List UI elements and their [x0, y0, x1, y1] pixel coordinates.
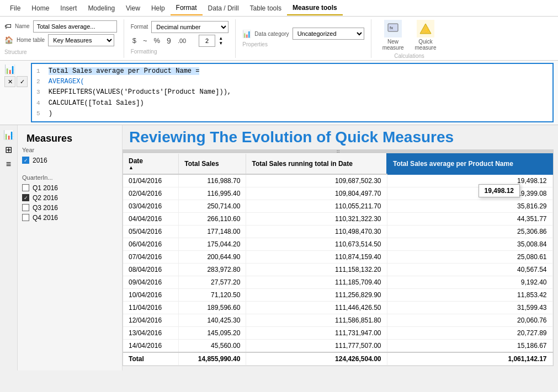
percent-button[interactable]: %	[152, 35, 162, 46]
confirm-formula-button[interactable]: ✓	[17, 76, 28, 87]
ribbon-symbols-row: $ ~ % 9 .00 ▲ ▼	[131, 35, 223, 47]
formula-text-1: Total Sales average per Product Name =	[49, 67, 200, 75]
decimal-spinner[interactable]: ▲ ▼	[219, 36, 223, 46]
q1-item[interactable]: Q1 2016	[22, 183, 118, 193]
cell-avg-per-product: 35,816.29	[387, 200, 552, 212]
formula-text-5: )	[49, 110, 52, 117]
filter-panel: Measures Year ✓ 2016 QuarterIn... Q1 201…	[18, 125, 123, 370]
data-category-select[interactable]: Uncategorized	[293, 28, 364, 40]
q2-checkbox[interactable]: ✓	[22, 194, 29, 201]
new-measure-label: New measure	[382, 39, 404, 51]
cell-running-total: 111,777,507.00	[246, 339, 387, 352]
cell-date: 06/04/2016	[123, 238, 179, 250]
formula-editor[interactable]: 1 Total Sales average per Product Name =…	[31, 63, 554, 122]
formatting-label: Formatting	[131, 49, 157, 55]
q2-item[interactable]: ✓ Q2 2016	[22, 193, 118, 203]
table-row: 08/04/2016 283,972.80 111,158,132.20 40,…	[123, 263, 552, 276]
cell-running-total: 111,586,851.80	[246, 314, 387, 326]
cell-date: 04/04/2016	[123, 212, 179, 225]
cell-date: 03/04/2016	[123, 200, 179, 212]
cell-running-total: 111,446,426.50	[246, 301, 387, 314]
cell-total-sales: 189,596.60	[179, 301, 246, 314]
cell-total-sales: 200,644.90	[179, 250, 246, 263]
q3-checkbox[interactable]	[22, 204, 29, 211]
cell-avg-per-product: 9,192.40	[387, 276, 552, 288]
q4-item[interactable]: Q4 2016	[22, 213, 118, 223]
q3-item[interactable]: Q3 2016	[22, 203, 118, 213]
calculations-label: Calculations	[378, 53, 441, 59]
cell-date: 08/04/2016	[123, 263, 179, 276]
bar-chart-icon[interactable]: 📊	[3, 130, 14, 140]
cell-running-total: 111,158,132.20	[246, 263, 387, 276]
ribbon-format-row: Format Decimal number	[131, 21, 229, 33]
quick-measure-button[interactable]: ⚡ Quick measure	[411, 18, 441, 53]
decimal-places-input[interactable]	[199, 35, 215, 47]
menu-modeling[interactable]: Modeling	[82, 2, 120, 15]
cell-avg-per-product: 15,186.67	[387, 339, 552, 352]
menu-view[interactable]: View	[120, 2, 146, 15]
cell-total-sales: 140,425.30	[179, 314, 246, 326]
menu-measure-tools[interactable]: Measure tools	[287, 1, 343, 15]
table-row: 09/04/2016 27,577.20 111,185,709.40 9,19…	[123, 276, 552, 288]
cell-avg-per-product: 44,351.77	[387, 212, 552, 225]
menu-file[interactable]: File	[4, 2, 26, 15]
cell-running-total: 111,256,829.90	[246, 288, 387, 301]
col-avg-per-product: Total Sales average per Product Name	[387, 154, 552, 174]
cancel-formula-button[interactable]: ✕	[4, 76, 15, 87]
menu-format[interactable]: Format	[171, 1, 203, 15]
name-input[interactable]	[33, 20, 117, 33]
format-select[interactable]: Decimal number	[151, 21, 228, 33]
total-avg: 1,061,142.17	[387, 352, 552, 366]
formula-text-3: KEEPFILTERS(VALUES('Products'[Product Na…	[49, 88, 231, 96]
table-row: 04/04/2016 266,110.60 110,321,322.30 44,…	[123, 212, 552, 225]
grid-icon[interactable]: ⊞	[5, 144, 12, 155]
cell-total-sales: 27,577.20	[179, 276, 246, 288]
year-2016-label: 2016	[33, 157, 47, 164]
menu-help[interactable]: Help	[146, 2, 171, 15]
new-measure-button[interactable]: fx New measure	[378, 18, 408, 53]
q2-label: Q2 2016	[33, 194, 58, 202]
year-2016-checkbox[interactable]: ✓	[22, 157, 29, 164]
table-row: 03/04/2016 250,714.00 110,055,211.70 35,…	[123, 200, 552, 212]
q4-checkbox[interactable]	[22, 214, 29, 221]
menu-insert[interactable]: Insert	[55, 2, 82, 15]
formula-bar: 📊 ✕ ✓ 1 Total Sales average per Product …	[0, 61, 558, 125]
cell-avg-per-product: 11,853.42	[387, 288, 552, 301]
cell-running-total: 111,731,947.00	[246, 326, 387, 339]
cell-running-total: 110,321,322.30	[246, 212, 387, 225]
home-table-select[interactable]: Key Measures	[48, 34, 114, 46]
col-running-total: Total Sales running total in Date	[246, 154, 387, 174]
comma-button[interactable]: 9	[165, 35, 173, 46]
total-sales: 14,855,990.40	[179, 352, 246, 366]
cell-date: 01/04/2016	[123, 174, 179, 187]
decimal-button[interactable]: .00	[176, 36, 188, 45]
cell-running-total: 110,498,470.30	[246, 225, 387, 238]
year-2016-item[interactable]: ✓ 2016	[22, 155, 118, 165]
quick-measure-icon: ⚡	[417, 20, 434, 37]
table-row: 02/04/2016 116,995.40 109,804,497.70 19,…	[123, 187, 552, 200]
quick-measure-label: Quick measure	[415, 39, 437, 51]
cell-avg-per-product: 20,060.76	[387, 314, 552, 326]
cell-avg-per-product: 35,008.84	[387, 238, 552, 250]
table-row: 06/04/2016 175,044.20 110,673,514.50 35,…	[123, 238, 552, 250]
menu-home[interactable]: Home	[26, 2, 55, 15]
cell-total-sales: 283,972.80	[179, 263, 246, 276]
currency-button[interactable]: $	[131, 35, 138, 46]
calc-buttons: fx New measure ⚡ Quick measure	[378, 18, 441, 53]
cell-date: 10/04/2016	[123, 288, 179, 301]
cell-avg-per-product: 25,306.86	[387, 225, 552, 238]
cell-total-sales: 250,714.00	[179, 200, 246, 212]
measures-title: Measures	[22, 130, 118, 147]
cell-total-sales: 145,095.20	[179, 326, 246, 339]
menu-data-drill[interactable]: Data / Drill	[203, 2, 245, 15]
year-label: Year	[22, 147, 118, 153]
table-row: 13/04/2016 145,095.20 111,731,947.00 20,…	[123, 326, 552, 339]
q1-checkbox[interactable]	[22, 184, 29, 191]
cell-total-sales: 175,044.20	[179, 238, 246, 250]
data-table-container[interactable]: ⠿ Date ▲ Total Sales Total Sales running…	[123, 149, 554, 366]
menu-table-tools[interactable]: Table tools	[245, 2, 287, 15]
layers-icon[interactable]: ≡	[6, 159, 11, 169]
new-measure-icon: fx	[384, 20, 402, 37]
table-row: 11/04/2016 189,596.60 111,446,426.50 31,…	[123, 301, 552, 314]
main-content: 📊 ⊞ ≡ Measures Year ✓ 2016 QuarterIn... …	[0, 125, 558, 370]
